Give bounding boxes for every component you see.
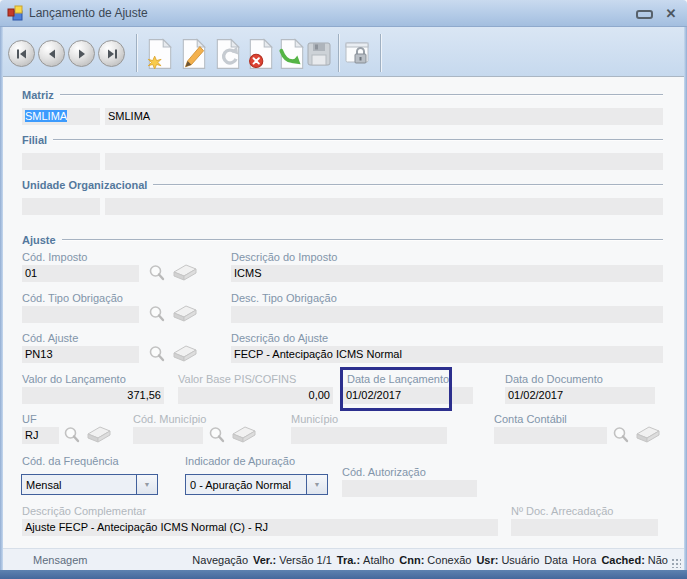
form-icon: [7, 5, 23, 21]
toolbar-separator: [338, 34, 339, 72]
valor-base-pis-cofins-field[interactable]: 0,00: [178, 387, 333, 404]
data-lancamento-label: Data de Lançamento: [347, 373, 449, 385]
cod-ajuste-input[interactable]: PN13: [22, 346, 139, 363]
chevron-down-icon[interactable]: ▼: [306, 475, 327, 494]
section-ajuste: Ajuste: [22, 233, 663, 246]
cod-frequencia-select[interactable]: Mensal ▼: [21, 474, 158, 495]
valor-lancamento-input[interactable]: 371,56: [22, 387, 164, 404]
last-record-button[interactable]: [98, 40, 125, 67]
status-cnn-label: Cnn:: [399, 554, 424, 566]
indicador-apuracao-label: Indicador de Apuração: [185, 455, 295, 467]
data-documento-input[interactable]: 01/02/2017: [505, 387, 655, 404]
descricao-complementar-input[interactable]: Ajuste FECP - Antecipação ICMS Normal (C…: [22, 519, 498, 536]
save-record-button[interactable]: [305, 38, 333, 70]
undo-button[interactable]: [214, 38, 242, 70]
first-record-icon: [16, 49, 28, 59]
filial-name-field[interactable]: [105, 153, 663, 170]
cod-autorizacao-input[interactable]: [342, 480, 477, 497]
cod-imposto-label: Cód. Imposto: [22, 251, 87, 263]
search-icon[interactable]: [148, 264, 166, 282]
matriz-name-field[interactable]: SMLIMA: [105, 108, 663, 125]
status-cnn-value: Conexão: [427, 554, 471, 566]
status-hora: Hora: [573, 554, 597, 566]
num-doc-arrecadacao-label: Nº Doc. Arrecadação: [511, 505, 613, 517]
chevron-down-icon[interactable]: ▼: [136, 475, 157, 494]
close-icon[interactable]: ✕: [663, 5, 679, 21]
matriz-code-input[interactable]: SMLIMA: [22, 108, 100, 125]
new-record-icon: [146, 38, 174, 70]
search-icon[interactable]: [148, 345, 166, 363]
uf-input[interactable]: RJ: [22, 427, 59, 444]
minimize-icon[interactable]: [636, 10, 653, 19]
section-filial: Filial: [22, 133, 663, 146]
cod-municipio-input[interactable]: [133, 427, 203, 444]
section-unidade-organizacional: Unidade Organizacional: [22, 178, 663, 191]
next-record-button[interactable]: [68, 40, 95, 67]
status-ver-value: Versão 1/1: [279, 554, 332, 566]
section-matriz-title: Matriz: [22, 89, 54, 101]
delete-record-button[interactable]: [247, 38, 275, 70]
post-record-button[interactable]: [278, 38, 306, 70]
cod-autorizacao-label: Cód. Autorização: [342, 466, 426, 478]
indicador-apuracao-selected-value: 0 - Apuração Normal: [186, 479, 306, 491]
eraser-icon[interactable]: [86, 425, 112, 443]
status-tra-label: Tra.:: [337, 554, 360, 566]
delete-record-icon: [247, 38, 275, 70]
conta-contabil-input[interactable]: [494, 427, 607, 444]
uf-label: UF: [22, 413, 37, 425]
lock-icon: [344, 38, 372, 70]
resize-grip[interactable]: [670, 557, 681, 568]
desc-ajuste-field[interactable]: FECP - Antecipação ICMS Normal: [231, 346, 663, 363]
cod-tipo-obrigacao-label: Cód. Tipo Obrigação: [22, 292, 123, 304]
new-record-button[interactable]: [146, 38, 174, 70]
eraser-icon[interactable]: [231, 425, 257, 443]
post-record-icon: [278, 38, 306, 70]
data-lancamento-input[interactable]: 01/02/2017: [343, 387, 473, 404]
desc-imposto-label: Descrição do Imposto: [231, 251, 337, 263]
status-usr-value: Usuário: [501, 554, 539, 566]
indicador-apuracao-select[interactable]: 0 - Apuração Normal ▼: [185, 474, 328, 495]
desc-ajuste-label: Descrição do Ajuste: [231, 332, 328, 344]
unidade-name-field[interactable]: [105, 198, 663, 215]
edit-record-icon: [180, 38, 208, 70]
desc-tipo-obrigacao-label: Desc. Tipo Obrigação: [231, 292, 337, 304]
data-documento-label: Data do Documento: [505, 373, 603, 385]
cod-ajuste-label: Cód. Ajuste: [22, 332, 78, 344]
search-icon[interactable]: [63, 426, 81, 444]
cod-frequencia-label: Cód. da Frequência: [22, 455, 119, 467]
edit-record-button[interactable]: [180, 38, 208, 70]
cod-imposto-input[interactable]: 01: [22, 265, 139, 282]
matriz-code-selected-text: SMLIMA: [25, 110, 67, 122]
status-navegacao: Navegação: [192, 554, 248, 566]
search-icon[interactable]: [612, 426, 630, 444]
next-record-icon: [76, 49, 88, 59]
search-icon[interactable]: [208, 426, 226, 444]
desc-imposto-field[interactable]: ICMS: [231, 265, 663, 282]
section-divider: [53, 139, 663, 140]
filial-code-input[interactable]: [22, 153, 100, 170]
section-ajuste-title: Ajuste: [22, 234, 56, 246]
valor-base-pis-cofins-label: Valor Base PIS/COFINS: [178, 373, 296, 385]
cod-tipo-obrigacao-input[interactable]: [22, 306, 139, 323]
search-icon[interactable]: [148, 305, 166, 323]
eraser-icon[interactable]: [172, 304, 198, 322]
eraser-icon[interactable]: [172, 344, 198, 362]
municipio-label: Município: [291, 413, 338, 425]
permissions-button[interactable]: [344, 38, 372, 70]
toolbar-separator: [136, 34, 137, 72]
save-record-icon: [305, 38, 333, 70]
first-record-button[interactable]: [8, 40, 35, 67]
unidade-code-input[interactable]: [22, 198, 100, 215]
status-tra-value: Atalho: [363, 554, 394, 566]
window-border-bottom: [0, 570, 687, 579]
municipio-field[interactable]: [291, 427, 447, 444]
previous-record-button[interactable]: [38, 40, 65, 67]
eraser-icon[interactable]: [635, 425, 661, 443]
num-doc-arrecadacao-input[interactable]: [511, 519, 658, 536]
titlebar[interactable]: Lançamento de Ajuste: [0, 0, 687, 27]
eraser-icon[interactable]: [172, 263, 198, 281]
conta-contabil-label: Conta Contábil: [494, 413, 567, 425]
section-divider: [60, 94, 663, 95]
desc-tipo-obrigacao-field[interactable]: [231, 306, 663, 323]
status-cached-label: Cached:: [601, 554, 644, 566]
